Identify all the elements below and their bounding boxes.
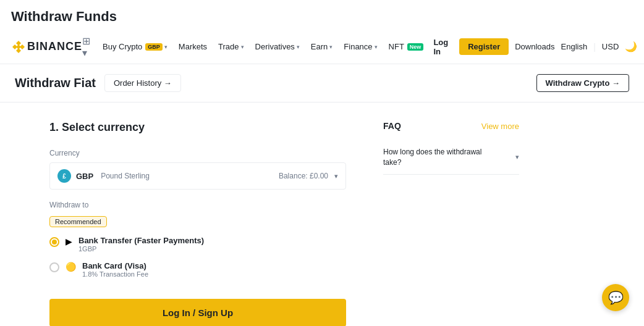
withdraw-crypto-button[interactable]: Withdraw Crypto → — [536, 74, 630, 92]
bank-transfer-sub: 1GBP — [78, 245, 204, 253]
main-content: 1. Select currency Currency £ GBP Pound … — [0, 102, 644, 326]
binance-logo-icon — [10, 38, 27, 56]
navbar: BINANCE ⊞ ▾ Buy Crypto GBP ▾ Markets Tra… — [0, 30, 644, 64]
faq-section: FAQ View more How long does the withdraw… — [383, 121, 519, 326]
sub-title: Withdraw Fiat — [15, 76, 96, 90]
currency-code: GBP — [76, 172, 93, 181]
chat-button[interactable]: 💬 — [602, 284, 629, 311]
svg-marker-4 — [16, 44, 21, 49]
bank-transfer-icon: ▶ — [66, 236, 72, 246]
recommended-badge: Recommended — [49, 216, 107, 227]
payment-info-bank-card: Bank Card (Visa) 1.8% Transaction Fee — [82, 261, 148, 278]
bank-card-sub: 1.8% Transaction Fee — [82, 270, 148, 278]
nav-item-nft[interactable]: NFT New — [384, 40, 429, 54]
grid-icon[interactable]: ⊞ ▾ — [82, 35, 90, 59]
section-title: 1. Select currency — [49, 121, 346, 134]
nav-chevron-earn: ▾ — [329, 44, 333, 50]
nav-chevron-buy: ▾ — [164, 44, 167, 50]
form-section: 1. Select currency Currency £ GBP Pound … — [49, 121, 346, 326]
faq-title: FAQ — [383, 121, 401, 131]
payment-option-bank-card[interactable]: 🟡 Bank Card (Visa) 1.8% Transaction Fee — [49, 261, 346, 278]
bank-card-name: Bank Card (Visa) — [82, 261, 148, 270]
login-signup-button[interactable]: Log In / Sign Up — [49, 299, 346, 326]
sub-header: Withdraw Fiat Order History → Withdraw C… — [0, 64, 644, 102]
currency-selector[interactable]: USD — [602, 42, 619, 51]
nav-right: Log In Register Downloads English | USD … — [428, 35, 637, 59]
payment-info-bank-transfer: Bank Transfer (Faster Payments) 1GBP — [78, 236, 204, 253]
currency-select-left: £ GBP Pound Sterling — [57, 169, 150, 183]
nav-chevron-derivatives: ▾ — [297, 44, 300, 50]
downloads-link[interactable]: Downloads — [515, 42, 554, 51]
currency-label: Currency — [49, 149, 346, 157]
page-heading: Withdraw Funds — [0, 0, 644, 30]
currency-balance: Balance: £0.00 — [279, 172, 328, 180]
radio-bank-transfer — [49, 237, 59, 247]
bank-card-icon: 🟡 — [66, 262, 76, 272]
language-selector[interactable]: English — [561, 42, 588, 51]
register-button[interactable]: Register — [459, 38, 509, 55]
payment-option-bank-transfer[interactable]: ▶ Bank Transfer (Faster Payments) 1GBP — [49, 236, 346, 253]
nav-item-trade[interactable]: Trade ▾ — [213, 40, 248, 54]
currency-dropdown-icon: ▾ — [334, 172, 338, 180]
theme-toggle-icon[interactable]: 🌙 — [625, 41, 637, 52]
nav-item-buy-crypto[interactable]: Buy Crypto GBP ▾ — [98, 40, 172, 54]
bank-transfer-name: Bank Transfer (Faster Payments) — [78, 236, 204, 245]
nav-chevron-trade: ▾ — [241, 44, 244, 50]
radio-bank-card — [49, 262, 59, 272]
currency-icon: £ — [57, 169, 71, 183]
nav-badge-new: New — [407, 43, 424, 51]
withdraw-to-label: Withdraw to — [49, 201, 346, 209]
nav-item-earn[interactable]: Earn ▾ — [306, 40, 337, 54]
nav-links: Buy Crypto GBP ▾ Markets Trade ▾ Derivat… — [98, 40, 428, 54]
faq-chevron-0: ▾ — [515, 153, 519, 161]
order-history-button[interactable]: Order History → — [104, 74, 181, 92]
sub-header-left: Withdraw Fiat Order History → — [15, 74, 181, 92]
faq-view-more-link[interactable]: View more — [481, 122, 519, 131]
nav-badge-gbp: GBP — [145, 43, 163, 51]
nav-item-markets[interactable]: Markets — [174, 40, 212, 54]
currency-full-name: Pound Sterling — [101, 172, 150, 180]
logo-text: BINANCE — [27, 40, 82, 53]
login-button[interactable]: Log In — [428, 35, 453, 59]
faq-header: FAQ View more — [383, 121, 519, 131]
faq-question-0: How long does the withdrawal take? — [383, 147, 488, 168]
nav-chevron-finance: ▾ — [375, 44, 378, 50]
logo[interactable]: BINANCE — [10, 38, 82, 56]
nav-divider: | — [593, 42, 596, 52]
faq-item-0[interactable]: How long does the withdrawal take? ▾ — [383, 141, 519, 175]
nav-item-finance[interactable]: Finance ▾ — [339, 40, 382, 54]
currency-select[interactable]: £ GBP Pound Sterling Balance: £0.00 ▾ — [49, 162, 346, 190]
chat-icon: 💬 — [608, 290, 624, 305]
radio-inner-selected — [52, 240, 57, 244]
nav-item-derivatives[interactable]: Derivatives ▾ — [250, 40, 305, 54]
